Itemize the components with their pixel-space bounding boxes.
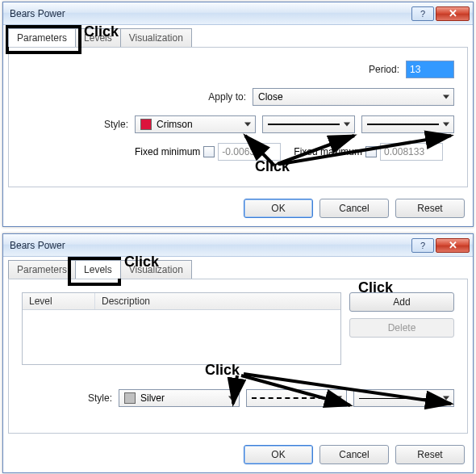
tab-levels[interactable]: Levels xyxy=(75,260,121,279)
side-buttons: Add Delete xyxy=(349,292,454,365)
apply-label: Apply to: xyxy=(208,91,253,103)
chevron-down-icon xyxy=(443,95,449,99)
style-color-dropdown[interactable]: Silver xyxy=(119,389,240,407)
help-button[interactable]: ? xyxy=(411,6,434,21)
fixed-min-label: Fixed minimum xyxy=(135,146,200,157)
line-style-dropdown[interactable] xyxy=(262,115,355,133)
line-width-dropdown[interactable] xyxy=(353,389,454,407)
tab-content: Level Description Add Delete Style: Silv… xyxy=(8,279,468,434)
chevron-down-icon xyxy=(244,123,251,127)
levels-list[interactable]: Level Description xyxy=(22,292,341,365)
apply-value: Close xyxy=(258,91,283,103)
chevron-down-icon xyxy=(344,123,350,127)
line-style-dropdown[interactable] xyxy=(246,389,347,407)
color-swatch xyxy=(140,119,152,130)
window-buttons: ? ✕ xyxy=(411,6,470,21)
delete-button: Delete xyxy=(349,318,454,338)
cancel-button[interactable]: Cancel xyxy=(319,199,389,218)
line-sample xyxy=(268,124,340,125)
line-sample xyxy=(367,124,439,125)
line-width-dropdown[interactable] xyxy=(361,115,454,133)
reset-button[interactable]: Reset xyxy=(395,199,465,218)
help-button[interactable]: ? xyxy=(411,238,434,253)
style-color-name: Silver xyxy=(140,392,165,404)
chevron-down-icon xyxy=(443,396,449,401)
tab-content: Period: Apply to: Close Style: Crimson xyxy=(8,47,468,187)
tab-parameters[interactable]: Parameters xyxy=(8,28,76,47)
tab-strip: Parameters Levels Visualization xyxy=(3,257,473,279)
fixed-min-input[interactable] xyxy=(218,143,281,161)
dialog-levels: Bears Power ? ✕ Parameters Levels Visual… xyxy=(2,233,474,473)
color-swatch xyxy=(124,392,136,404)
style-label: Style: xyxy=(22,392,119,404)
titlebar: Bears Power ? ✕ xyxy=(3,2,473,25)
dialog-buttons: OK Cancel Reset xyxy=(3,194,473,226)
tab-visualization[interactable]: Visualization xyxy=(120,28,192,47)
chevron-down-icon xyxy=(228,396,235,401)
tab-visualization[interactable]: Visualization xyxy=(120,260,192,279)
period-input[interactable] xyxy=(406,61,454,78)
period-label: Period: xyxy=(369,64,406,75)
style-label: Style: xyxy=(22,119,135,130)
col-description: Description xyxy=(95,293,340,309)
list-header: Level Description xyxy=(23,293,340,310)
ok-button[interactable]: OK xyxy=(244,445,313,464)
ok-button[interactable]: OK xyxy=(244,199,313,218)
tab-strip: Parameters Levels Visualization xyxy=(3,25,473,47)
tab-levels[interactable]: Levels xyxy=(75,28,121,47)
line-sample-dashed xyxy=(252,397,332,399)
window-buttons: ? ✕ xyxy=(411,238,470,253)
window-title: Bears Power xyxy=(10,8,411,19)
add-button[interactable]: Add xyxy=(349,292,454,312)
close-button[interactable]: ✕ xyxy=(436,238,470,253)
cancel-button[interactable]: Cancel xyxy=(319,445,389,464)
chevron-down-icon xyxy=(336,396,342,401)
window-title: Bears Power xyxy=(10,240,411,251)
fixed-max-input[interactable] xyxy=(380,143,443,161)
chevron-down-icon xyxy=(443,123,449,127)
apply-dropdown[interactable]: Close xyxy=(253,88,454,106)
line-sample xyxy=(359,398,439,399)
titlebar: Bears Power ? ✕ xyxy=(3,234,473,257)
close-button[interactable]: ✕ xyxy=(436,6,470,21)
style-color-dropdown[interactable]: Crimson xyxy=(135,115,256,133)
fixed-max-checkbox[interactable] xyxy=(365,146,377,157)
tab-parameters[interactable]: Parameters xyxy=(8,260,76,279)
dialog-parameters: Bears Power ? ✕ Parameters Levels Visual… xyxy=(2,2,474,227)
reset-button[interactable]: Reset xyxy=(395,445,465,464)
dialog-buttons: OK Cancel Reset xyxy=(3,440,473,472)
fixed-max-label: Fixed maximum xyxy=(294,146,362,157)
col-level: Level xyxy=(23,293,95,309)
fixed-min-checkbox[interactable] xyxy=(203,146,215,157)
style-color-name: Crimson xyxy=(157,119,193,130)
